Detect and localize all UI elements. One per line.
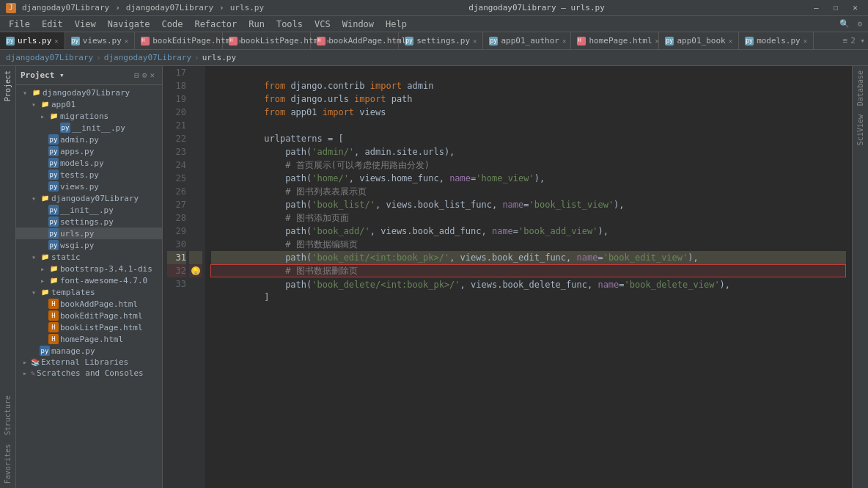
tree-wsgi-py[interactable]: py wsgi.py: [16, 239, 162, 251]
menu-help[interactable]: Help: [380, 18, 413, 31]
menu-tools[interactable]: Tools: [271, 18, 309, 31]
tree-init-migrations[interactable]: py __init__.py: [16, 122, 162, 134]
tab-booklistpage[interactable]: H bookListPage.html ✕: [223, 32, 311, 49]
tree-tests-py[interactable]: py tests.py: [16, 169, 162, 181]
tree-settings-label: settings.py: [60, 217, 114, 227]
sidebar-more-btn[interactable]: ✕: [150, 70, 155, 80]
app-icon: J: [6, 3, 16, 13]
tree-templates[interactable]: ▾ 📁 templates: [16, 286, 162, 298]
sciview-panel-tab[interactable]: SciView: [855, 110, 866, 150]
tree-root[interactable]: ▾ 📁 djangoday07Library: [16, 87, 162, 98]
sidebar-collapse-btn[interactable]: ⊟: [134, 70, 139, 80]
tab-modelspy[interactable]: py models.py ✕: [739, 32, 814, 49]
tab-label-urls: urls.py: [18, 36, 51, 45]
tab-icon-models: py: [745, 37, 754, 45]
tab-settings[interactable]: py settings.py ✕: [399, 32, 483, 49]
tree-static[interactable]: ▾ 📁 static: [16, 251, 162, 263]
tab-bookaddpage[interactable]: H bookAddPage.html ✕: [311, 32, 399, 49]
menu-run[interactable]: Run: [243, 18, 271, 31]
tree-apps-py[interactable]: py apps.py: [16, 145, 162, 157]
breadcrumb-module[interactable]: djangoday07Library: [104, 53, 191, 62]
templates-arrow: ▾: [29, 288, 38, 296]
tree-app01-label: app01: [51, 100, 76, 109]
editor-area: 17 18 19 20 21 22 23 24 25 26 27 28 29 3…: [163, 66, 852, 488]
tab-close-views[interactable]: ✕: [125, 37, 128, 45]
tree-init-migrations-label: __init__.py: [72, 123, 125, 133]
project-panel-tab[interactable]: Project: [2, 66, 13, 106]
tree-homepage[interactable]: H homePage.html: [16, 333, 162, 345]
bookaddpage-icon: H: [48, 299, 59, 309]
djangoday07-arrow: ▾: [29, 194, 38, 203]
tree-models-label: models.py: [60, 159, 104, 168]
tree-bookeditpage[interactable]: H bookEditPage.html: [16, 310, 162, 321]
tree-bootstrap-label: bootstrap-3.4.1-dis: [60, 264, 152, 274]
favorites-panel-tab[interactable]: Favorites: [2, 440, 13, 488]
tree-root-label: djangoday07Library: [43, 88, 130, 98]
menu-window[interactable]: Window: [336, 18, 380, 31]
tree-migrations[interactable]: ▸ 📁 migrations: [16, 110, 162, 122]
minimize-button[interactable]: —: [809, 1, 823, 14]
editor-pin-button[interactable]: 2 ▾: [850, 36, 865, 45]
editor-with-gutter: 17 18 19 20 21 22 23 24 25 26 27 28 29 3…: [163, 66, 852, 488]
lightbulb-icon[interactable]: 💡: [191, 266, 200, 275]
tree-apps-label: apps.py: [60, 147, 94, 156]
maximize-button[interactable]: ☐: [829, 1, 843, 14]
titlebar-controls[interactable]: — ☐ ✕: [809, 1, 862, 14]
tab-bookeditpage[interactable]: H bookEditPage.html ✕: [135, 32, 223, 49]
tab-app01book[interactable]: py app01_book ✕: [659, 32, 739, 49]
menu-edit[interactable]: Edit: [36, 18, 69, 31]
tab-views-py[interactable]: py views.py ✕: [65, 32, 135, 49]
menu-file[interactable]: File: [3, 18, 36, 31]
tab-homepage[interactable]: H homePage.html ✕: [571, 32, 659, 49]
menu-code[interactable]: Code: [156, 18, 189, 31]
tree-views-py[interactable]: py views.py: [16, 181, 162, 192]
tab-close-urls[interactable]: ✕: [54, 37, 58, 45]
tree-settings-py[interactable]: py settings.py: [16, 216, 162, 227]
tab-close-app01book[interactable]: ✕: [729, 37, 732, 45]
tab-app01author[interactable]: py app01_author ✕: [483, 32, 571, 49]
menu-view[interactable]: View: [69, 18, 102, 31]
tree-fontawesome[interactable]: ▸ 📁 font-awesome-4.7.0: [16, 274, 162, 286]
tab-close-settings[interactable]: ✕: [473, 37, 477, 45]
tab-close-homepage[interactable]: ✕: [655, 37, 659, 45]
tree-external-libs[interactable]: ▸ 📚 External Libraries: [16, 357, 162, 368]
titlebar-project: djangoday07Library: [22, 3, 109, 12]
tree-urls-py[interactable]: py urls.py: [16, 227, 162, 239]
fontawesome-folder-icon: 📁: [48, 275, 59, 285]
database-panel-tab[interactable]: Database: [855, 66, 866, 110]
tree-admin-py[interactable]: py admin.py: [16, 134, 162, 145]
tab-icon-bookadd: H: [317, 37, 326, 45]
tests-py-icon: py: [48, 170, 59, 180]
tab-close-app01author[interactable]: ✕: [562, 37, 566, 45]
sidebar-settings-btn[interactable]: ⚙: [142, 70, 147, 80]
tree-bookaddpage[interactable]: H bookAddPage.html: [16, 298, 162, 310]
tree-djangoday07[interactable]: ▾ 📁 djangoday07Library: [16, 192, 162, 204]
toolbar-settings[interactable]: ⚙: [854, 19, 865, 29]
wsgi-py-icon: py: [48, 240, 59, 250]
tree-bootstrap[interactable]: ▸ 📁 bootstrap-3.4.1-dis: [16, 263, 162, 274]
tree-scratches[interactable]: ▸ ✎ Scratches and Consoles: [16, 368, 162, 379]
menu-navigate[interactable]: Navigate: [102, 18, 156, 31]
tab-close-models[interactable]: ✕: [803, 37, 807, 45]
editor-split-button[interactable]: ≡: [843, 36, 848, 45]
tab-urls-py[interactable]: py urls.py ✕: [0, 32, 65, 49]
tree-app01[interactable]: ▾ 📁 app01: [16, 98, 162, 110]
structure-panel-tab[interactable]: Structure: [2, 391, 13, 440]
menu-vcs[interactable]: VCS: [309, 18, 336, 31]
tree-manage-py[interactable]: py manage.py: [16, 345, 162, 357]
tree-models-py[interactable]: py models.py: [16, 157, 162, 169]
fontawesome-arrow: ▸: [38, 277, 47, 285]
tree-templates-label: templates: [51, 288, 95, 297]
code-editor[interactable]: from django.contrib import admin from dj…: [205, 66, 852, 488]
toolbar-search[interactable]: 🔍: [835, 19, 854, 29]
tree-bookaddpage-label: bookAddPage.html: [60, 299, 138, 309]
manage-py-icon: py: [40, 346, 50, 356]
menu-refactor[interactable]: Refactor: [188, 18, 243, 31]
settings-py-icon: py: [48, 216, 59, 227]
breadcrumb-project[interactable]: djangoday07Library: [6, 53, 93, 62]
close-button[interactable]: ✕: [848, 1, 862, 14]
extlibs-icon: 📚: [31, 358, 40, 366]
tree-booklistpage[interactable]: H bookListPage.html: [16, 321, 162, 333]
tree-init-py[interactable]: py __init__.py: [16, 204, 162, 216]
tab-label-settings: settings.py: [416, 36, 470, 45]
